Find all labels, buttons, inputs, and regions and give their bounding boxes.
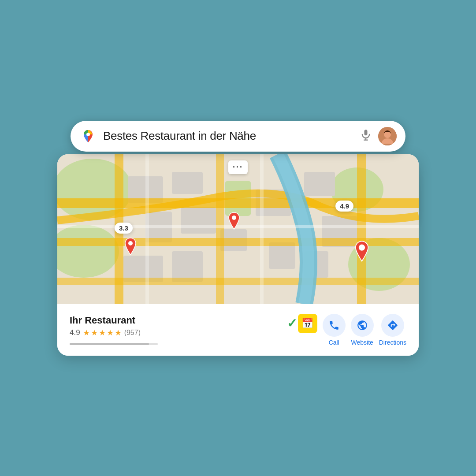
restaurant-ihr-info: Ihr Restaurant 4.9 ★ ★ ★ ★ ★ (957) [70,315,158,345]
search-bar: Bestes Restaurant in der Nähe [71,121,405,152]
ihr-calendar-icon[interactable]: 📅 [298,314,317,333]
svg-rect-32 [145,154,149,304]
card-stack: Restaurant ABC No reviews ✗ 📅 Restaurant… [57,154,419,356]
svg-point-36 [359,244,365,250]
website-button[interactable]: Website [351,314,374,346]
restaurant-ihr-rating: 4.9 [70,328,80,337]
ihr-star-4: ★ [107,328,114,338]
restaurant-ihr-rating-row: 4.9 ★ ★ ★ ★ ★ (957) [70,328,158,338]
svg-rect-2 [364,130,368,135]
svg-rect-23 [269,242,295,269]
booking-status-check: ✓ 📅 [287,314,317,333]
svg-rect-14 [172,172,203,194]
svg-rect-21 [304,172,335,196]
restaurant-ihr-progress [70,343,158,345]
svg-rect-29 [216,154,224,304]
directions-label: Directions [379,339,406,346]
directions-icon-circle [381,314,404,337]
map-area[interactable]: ··· 3.3 4.9 [57,154,419,304]
ihr-star-2: ★ [91,328,98,338]
svg-rect-18 [172,251,203,282]
directions-button[interactable]: Directions [379,314,406,346]
map-overflow-button[interactable]: ··· [228,160,248,174]
svg-point-34 [128,241,133,245]
restaurant-ihr-name: Ihr Restaurant [70,315,158,326]
svg-rect-30 [357,154,366,304]
map-pin-3-main[interactable] [353,240,370,262]
ihr-star-1: ★ [83,328,90,338]
user-avatar[interactable] [378,127,397,145]
restaurant-ihr-stars: ★ ★ ★ ★ ★ [83,328,122,338]
svg-rect-16 [181,207,216,234]
main-container: Bestes Restaurant in der Nähe [57,121,419,356]
call-label: Call [329,339,339,346]
svg-point-1 [86,133,90,136]
svg-point-35 [232,216,236,220]
google-maps-logo-icon [79,127,97,145]
map-rating-33: 3.3 [115,223,133,234]
map-pin-2[interactable] [227,212,241,230]
open-check-icon: ✓ [287,316,297,331]
call-icon-circle [323,314,346,337]
restaurant-ihr-review-count: (957) [124,329,141,337]
website-icon-circle [351,314,374,337]
map-pin-1[interactable] [123,237,138,256]
search-query: Bestes Restaurant in der Nähe [103,129,353,143]
map-rating-49: 4.9 [335,201,353,212]
ihr-star-5: ★ [115,328,122,338]
svg-rect-33 [260,154,264,304]
restaurant-ihr-item: Ihr Restaurant 4.9 ★ ★ ★ ★ ★ (957) [57,304,419,356]
website-label: Website [351,339,373,346]
main-card: ··· 3.3 4.9 [57,154,419,356]
mic-icon[interactable] [360,129,372,144]
ihr-star-3: ★ [99,328,106,338]
call-button[interactable]: Call [323,314,346,346]
restaurant-ihr-actions: ✓ 📅 Call [287,314,406,346]
